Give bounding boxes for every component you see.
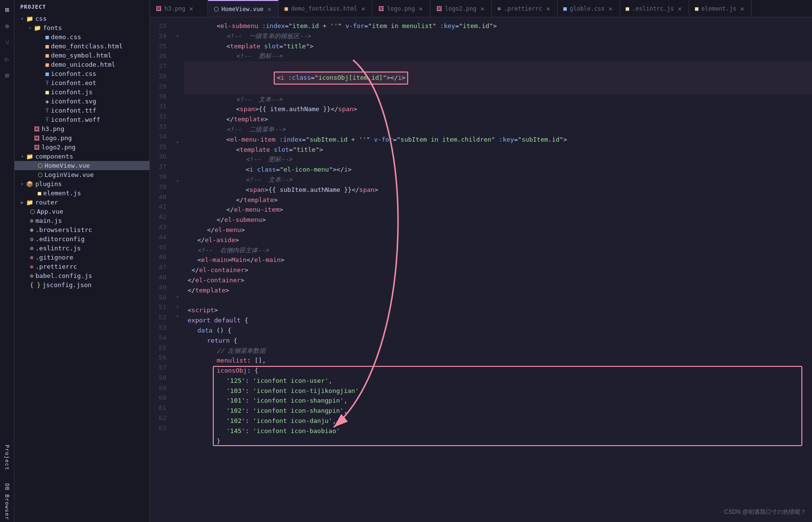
tab-demo-fontclass[interactable]: ■ demo_fontclass.html × (279, 0, 372, 17)
sidebar-item-eslintrc[interactable]: ▾ ⊙ .eslintrc.js (15, 244, 149, 253)
code-line-38: </template> (184, 195, 812, 205)
tab-icon: ⬡ (214, 6, 219, 13)
tab-logo-png[interactable]: 🖼 logo.png × (372, 0, 430, 17)
fold-indicator[interactable]: ▾ (176, 139, 179, 145)
code-line-30: </template> (184, 115, 812, 125)
file-label: App.vue (37, 208, 149, 215)
file-tree: ▾ 📁 css ▾ 📁 fonts ▾ ■ demo.css ▾ ■ demo_… (15, 14, 149, 290)
folder-label: fonts (43, 24, 149, 31)
line-number: 45 (150, 243, 170, 253)
sidebar-item-logo2-png[interactable]: ▾ 🖼 logo2.png (15, 143, 149, 152)
activity-bar: ⊞ ⊕ ⑂ ▷ ⊞ Project DB Browser (0, 0, 15, 522)
sidebar-item-demo-unicode[interactable]: ▾ ■ demo_unicode.html (15, 60, 149, 69)
line-number: 48 (150, 273, 170, 283)
sidebar-item-jsconfig-json[interactable]: ▾ { } jsconfig.json (15, 280, 149, 290)
project-label: Project (1, 443, 13, 472)
sidebar-item-router[interactable]: ▶ 📁 router (15, 198, 149, 207)
sidebar-item-demo-symbol[interactable]: ▾ ■ demo_symbol.html (15, 51, 149, 60)
sidebar-item-iconfont-woff[interactable]: ▾ Ŧ iconfont.woff (15, 115, 149, 124)
tab-close-button[interactable]: × (266, 4, 272, 14)
fold-indicator[interactable]: ▾ (176, 33, 179, 39)
tab-close-button[interactable]: × (360, 4, 366, 14)
file-label: logo.png (42, 134, 149, 142)
tab-close-button[interactable]: × (479, 4, 485, 14)
folder-label: plugins (35, 180, 149, 188)
tab-label: demo_fontclass.html (291, 5, 357, 12)
tab-element-js[interactable]: ■ element.js × (689, 0, 752, 17)
tab-close-button[interactable]: × (677, 4, 683, 14)
code-line-41: </el-menu> (184, 225, 812, 235)
tab-close-button[interactable]: × (739, 4, 745, 14)
sidebar-item-h3-png[interactable]: ▾ 🖼 h3.png (15, 124, 149, 133)
sidebar-item-iconfont-css[interactable]: ▾ ■ iconfont.css (15, 69, 149, 78)
fold-indicator[interactable]: ▾ (176, 313, 179, 319)
tab-close-button[interactable]: × (188, 4, 194, 14)
code-line-57: '103': 'iconfont icon-tijikongjian', (184, 386, 812, 396)
debug-icon[interactable]: ▷ (1, 53, 13, 65)
source-control-icon[interactable]: ⑂ (1, 37, 13, 48)
line-number: 39 (150, 182, 170, 192)
sidebar-item-iconfont-js[interactable]: ▾ ■ iconfont.js (15, 87, 149, 97)
sidebar-item-iconfont-ttf[interactable]: ▾ Ŧ iconfont.ttf (15, 106, 149, 115)
sidebar-item-css[interactable]: ▾ 📁 css (15, 14, 149, 23)
code-line-47: </template> (184, 286, 812, 296)
code-line-59: '102': 'iconfont icon-shangpin', (184, 406, 812, 416)
sidebar-item-components[interactable]: ▾ 📁 components (15, 152, 149, 161)
fold-indicator[interactable]: ▾ (176, 304, 179, 310)
tab-h3-png[interactable]: 🖼 h3.png × (150, 0, 208, 17)
file-label: .editorconfig (35, 235, 149, 243)
tab-close-button[interactable]: × (607, 4, 613, 14)
sidebar-item-babel-config[interactable]: ▾ ⊙ babel.config.js (15, 271, 149, 280)
search-icon[interactable]: ⊕ (1, 20, 13, 32)
code-line-43: <!-- 右侧内容主体--> (184, 246, 812, 256)
sidebar-item-prettierrc[interactable]: ▾ ⊕ .prettierrc (15, 262, 149, 271)
tab-prettierrc[interactable]: ⊕ .prettierrc × (492, 0, 558, 17)
tab-icon: ■ (284, 5, 288, 12)
code-line-40: </el-submenu> (184, 215, 812, 225)
code-editor[interactable]: <el-submenu :index="item.id + ''" v-for=… (184, 17, 812, 522)
sidebar-item-iconfont-svg[interactable]: ▾ ◈ iconfont.svg (15, 97, 149, 106)
sidebar-item-plugins[interactable]: ▾ 📦 plugins (15, 179, 149, 188)
code-line-52: return { (184, 336, 812, 346)
sidebar-item-loginview[interactable]: ▾ ⬡ LoginView.vue (15, 170, 149, 179)
tab-close-button[interactable]: × (545, 4, 551, 14)
sidebar-item-fonts[interactable]: ▾ 📁 fonts (15, 23, 149, 32)
sidebar-item-browserslistrc[interactable]: ▾ ⊛ .browserslistrc (15, 225, 149, 234)
sidebar-item-logo-png[interactable]: ▾ 🖼 logo.png (15, 133, 149, 143)
sidebar-item-appvue[interactable]: ▾ ⬡ App.vue (15, 207, 149, 216)
vue-file-icon: ⬡ (38, 172, 43, 178)
tab-label: h3.png (164, 5, 185, 12)
sidebar-item-main-js[interactable]: ▾ ⊙ main.js (15, 216, 149, 225)
line-number: 26 (150, 51, 170, 61)
tab-globle-css[interactable]: ■ globle.css × (558, 0, 620, 17)
tab-eslintrc-js[interactable]: ■ .eslintrc.js × (620, 0, 689, 17)
fold-indicator[interactable]: ▾ (176, 178, 179, 184)
sidebar-item-demo-fontclass[interactable]: ▾ ■ demo_fontclass.html (15, 42, 149, 51)
sidebar-item-demo-css[interactable]: ▾ ■ demo.css (15, 32, 149, 42)
explorer-icon[interactable]: ⊞ (1, 4, 13, 15)
line-number: 43 (150, 222, 170, 232)
line-number: 51 (150, 303, 170, 313)
line-number: 30 (150, 92, 170, 102)
chevron-icon: ▾ (26, 25, 34, 30)
extensions-icon[interactable]: ⊞ (1, 70, 13, 81)
code-line-60: '102': 'iconfont icon-danju', (184, 416, 812, 426)
sidebar-item-gitignore[interactable]: ▾ ⊗ .gitignore (15, 253, 149, 262)
file-label: babel.config.js (35, 272, 149, 279)
file-label: logo2.png (42, 144, 149, 151)
folder-icon: 📁 (34, 25, 41, 31)
code-line-26: <!-- 图标--> (184, 51, 812, 61)
tab-close-button[interactable]: × (418, 4, 424, 14)
tab-icon: 🖼 (378, 5, 384, 12)
sidebar-item-element-js[interactable]: ▾ ■ element.js (15, 188, 149, 198)
file-label: .prettierrc (35, 263, 149, 270)
line-number: 33 (150, 122, 170, 132)
sidebar-item-editorconfig[interactable]: ▾ ⚙ .editorconfig (15, 234, 149, 244)
fold-indicator[interactable]: ▾ (176, 294, 179, 300)
sidebar-item-iconfont-eot[interactable]: ▾ Ŧ iconfont.eot (15, 78, 149, 87)
line-number: 59 (150, 383, 170, 393)
code-line-63 (184, 446, 812, 456)
tab-logo2-png[interactable]: 🖼 logo2.png × (430, 0, 491, 17)
tab-homeview-vue[interactable]: ⬡ HomeView.vue × (208, 0, 279, 17)
sidebar-item-homeview[interactable]: ▾ ⬡ HomeView.vue (15, 161, 149, 170)
